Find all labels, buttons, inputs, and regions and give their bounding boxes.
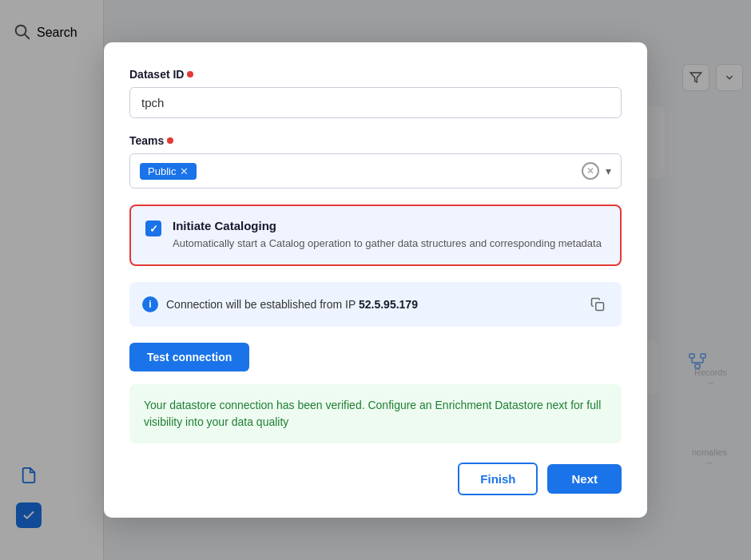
finish-button[interactable]: Finish: [458, 463, 538, 495]
tag-remove-icon[interactable]: ✕: [180, 165, 189, 177]
dataset-id-input[interactable]: [129, 87, 622, 118]
required-indicator: [187, 71, 193, 77]
teams-label: Teams: [129, 134, 622, 147]
next-button[interactable]: Next: [547, 464, 622, 494]
teams-clear-icon[interactable]: ✕: [582, 162, 599, 180]
teams-chevron-icon[interactable]: ▾: [606, 165, 611, 177]
dataset-id-label: Dataset ID: [129, 68, 622, 81]
cataloging-description: Automatically start a Catalog operation …: [173, 236, 602, 251]
ip-info-box: i Connection will be established from IP…: [129, 282, 622, 327]
teams-tags-area: Public ✕: [140, 163, 197, 180]
success-message-text: Your datastore connection has been verif…: [144, 397, 607, 431]
info-icon: i: [142, 296, 158, 312]
ip-info-left: i Connection will be established from IP…: [142, 296, 418, 312]
modal-footer: Finish Next: [129, 463, 622, 495]
teams-select[interactable]: Public ✕ ✕ ▾: [129, 153, 622, 189]
cataloging-text-area: Initiate Cataloging Automatically start …: [173, 219, 602, 251]
cataloging-checkbox[interactable]: [145, 220, 161, 236]
cataloging-title: Initiate Cataloging: [173, 219, 602, 232]
success-message-box: Your datastore connection has been verif…: [129, 384, 622, 443]
modal-dialog: Dataset ID Teams Public ✕ ✕ ▾: [104, 42, 647, 517]
modal-overlay: Dataset ID Teams Public ✕ ✕ ▾: [0, 0, 751, 560]
ip-info-text: Connection will be established from IP 5…: [166, 298, 418, 311]
svg-rect-14: [596, 302, 604, 310]
teams-required-indicator: [167, 137, 173, 144]
public-tag[interactable]: Public ✕: [140, 163, 197, 180]
ip-address: 52.5.95.179: [359, 298, 418, 311]
cataloging-box: Initiate Cataloging Automatically start …: [129, 205, 622, 265]
teams-controls: ✕ ▾: [582, 162, 611, 180]
test-connection-button[interactable]: Test connection: [129, 343, 249, 371]
copy-icon[interactable]: [586, 293, 609, 316]
